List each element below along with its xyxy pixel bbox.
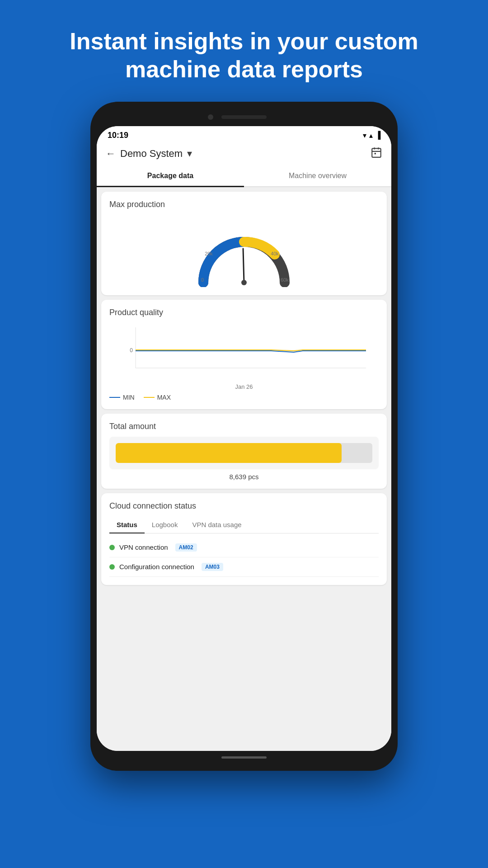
card-cloud-status: Cloud connection status Status Logbook V…	[101, 493, 387, 585]
svg-line-5	[243, 249, 244, 283]
connection-config: Configuration connection AM03	[109, 557, 379, 577]
svg-rect-0	[372, 148, 381, 157]
phone-speaker	[221, 115, 267, 119]
legend-max-line	[144, 397, 155, 398]
status-icons: ▾ ▴ ▐	[363, 131, 380, 140]
config-badge: AM03	[202, 563, 223, 571]
back-button[interactable]: ←	[106, 148, 116, 160]
hero-title: Instant insights in your custom machine …	[0, 0, 488, 102]
phone-notch	[97, 108, 391, 126]
tabs-bar: Package data Machine overview	[97, 165, 391, 187]
gauge-label-40k: 40k	[271, 251, 279, 256]
gauge-label-20k: 20k	[205, 251, 213, 256]
gauge-label-60k: 60k	[281, 277, 289, 283]
bar-chart-container	[109, 437, 379, 469]
total-amount-title: Total amount	[109, 422, 379, 431]
line-chart-container: 0	[109, 323, 379, 382]
card-product-quality: Product quality 0	[101, 300, 387, 409]
bar-value: 8,639 pcs	[109, 473, 379, 481]
wifi-icon: ▾	[363, 131, 366, 140]
sub-tab-vpn-usage[interactable]: VPN data usage	[185, 516, 249, 533]
chart-legend: MIN MAX	[109, 394, 379, 401]
cloud-status-title: Cloud connection status	[109, 501, 379, 511]
dropdown-icon[interactable]: ▾	[187, 148, 192, 160]
bar-track	[116, 443, 372, 463]
tab-package-data[interactable]: Package data	[97, 165, 244, 186]
svg-text:0: 0	[130, 347, 133, 354]
battery-icon: ▐	[375, 131, 380, 139]
calendar-button[interactable]	[371, 146, 382, 161]
phone-home-bar	[97, 751, 391, 764]
vpn-label: VPN connection	[119, 543, 168, 551]
gauge-label-0: 0	[201, 277, 204, 283]
phone-camera	[208, 114, 213, 120]
legend-min: MIN	[109, 394, 135, 401]
sub-tab-status[interactable]: Status	[109, 516, 145, 533]
app-bar-left: ← Demo System ▾	[106, 148, 192, 160]
svg-rect-4	[375, 153, 376, 154]
tab-machine-overview[interactable]: Machine overview	[244, 165, 391, 186]
sub-tabs-bar: Status Logbook VPN data usage	[109, 516, 379, 533]
sub-tab-logbook[interactable]: Logbook	[145, 516, 185, 533]
home-bar-line	[221, 756, 267, 759]
phone-screen: 10:19 ▾ ▴ ▐ ← Demo System ▾	[97, 126, 391, 751]
legend-min-line	[109, 397, 120, 398]
max-production-title: Max production	[109, 200, 379, 209]
legend-max: MAX	[144, 394, 171, 401]
signal-icon: ▴	[369, 131, 373, 140]
chart-date-label: Jan 26	[109, 383, 379, 390]
app-bar-title: Demo System	[120, 148, 183, 160]
svg-point-6	[241, 280, 247, 285]
card-max-production: Max production 0 20k	[101, 192, 387, 295]
vpn-badge: AM02	[175, 543, 197, 552]
config-label: Configuration connection	[119, 563, 194, 571]
screen-content: 10:19 ▾ ▴ ▐ ← Demo System ▾	[97, 126, 391, 751]
vpn-status-dot	[109, 545, 115, 550]
gauge-container: 0 20k 40k 60k 32,767 pcs	[109, 215, 379, 287]
scroll-content[interactable]: Max production 0 20k	[97, 187, 391, 751]
app-bar: ← Demo System ▾	[97, 142, 391, 165]
connection-vpn: VPN connection AM02	[109, 538, 379, 557]
status-bar: 10:19 ▾ ▴ ▐	[97, 126, 391, 142]
status-time: 10:19	[108, 131, 128, 140]
bar-fill	[116, 443, 342, 463]
legend-max-label: MAX	[157, 394, 171, 401]
config-status-dot	[109, 564, 115, 570]
legend-min-label: MIN	[123, 394, 135, 401]
phone-frame: 10:19 ▾ ▴ ▐ ← Demo System ▾	[90, 102, 398, 771]
card-total-amount: Total amount 8,639 pcs	[101, 414, 387, 489]
line-chart-svg: 0	[109, 323, 379, 382]
product-quality-title: Product quality	[109, 308, 379, 317]
gauge-svg: 0 20k 40k 60k 32,767 pcs	[194, 228, 294, 287]
